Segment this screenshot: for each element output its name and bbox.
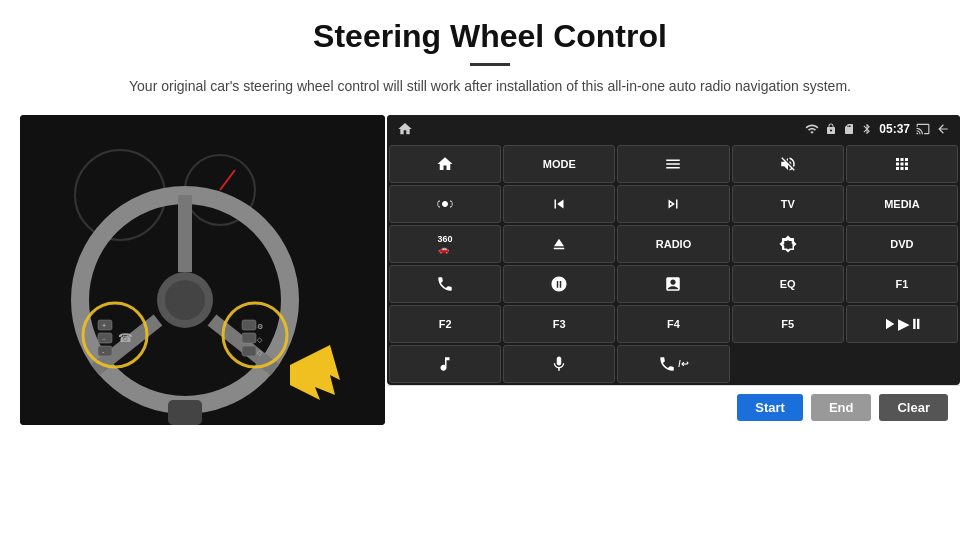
title-divider	[470, 63, 510, 66]
bluetooth-icon	[861, 123, 873, 135]
btn-apps[interactable]	[846, 145, 958, 183]
btn-f2[interactable]: F2	[389, 305, 501, 343]
btn-f1[interactable]: F1	[846, 265, 958, 303]
btn-home[interactable]	[389, 145, 501, 183]
svg-rect-19	[242, 320, 256, 330]
btn-dvd[interactable]: DVD	[846, 225, 958, 263]
home-status-icon	[397, 121, 413, 137]
svg-text:☎: ☎	[118, 331, 133, 345]
svg-point-6	[165, 280, 205, 320]
btn-menu[interactable]	[617, 145, 729, 183]
btn-rect[interactable]	[617, 265, 729, 303]
btn-eq[interactable]: EQ	[732, 265, 844, 303]
status-time: 05:37	[879, 122, 910, 136]
btn-radio[interactable]: RADIO	[617, 225, 729, 263]
btn-prev[interactable]	[503, 185, 615, 223]
btn-next[interactable]	[617, 185, 729, 223]
btn-phone[interactable]	[389, 265, 501, 303]
btn-mode[interactable]: MODE	[503, 145, 615, 183]
btn-mic[interactable]	[503, 345, 615, 383]
svg-text:~: ~	[102, 336, 106, 342]
btn-settings[interactable]	[389, 185, 501, 223]
btn-mute[interactable]	[732, 145, 844, 183]
svg-rect-21	[242, 346, 256, 356]
btn-f3[interactable]: F3	[503, 305, 615, 343]
btn-f4[interactable]: F4	[617, 305, 729, 343]
btn-f5[interactable]: F5	[732, 305, 844, 343]
svg-rect-20	[242, 333, 256, 343]
control-panel: 05:37 MODE	[387, 115, 960, 385]
status-bar-left	[397, 121, 413, 137]
main-content: + ~ - ☎ ⚙ ◇ ◇	[0, 115, 980, 429]
btn-brightness[interactable]	[732, 225, 844, 263]
btn-music[interactable]	[389, 345, 501, 383]
steering-wheel-image: + ~ - ☎ ⚙ ◇ ◇	[20, 115, 385, 425]
btn-call[interactable]: /↩	[617, 345, 729, 383]
page-subtitle: Your original car's steering wheel contr…	[60, 76, 920, 97]
btn-tv[interactable]: TV	[732, 185, 844, 223]
btn-media[interactable]: MEDIA	[846, 185, 958, 223]
bottom-bar: Start End Clear	[387, 385, 960, 429]
clear-button[interactable]: Clear	[879, 394, 948, 421]
btn-360[interactable]: 360🚗	[389, 225, 501, 263]
wifi-icon	[805, 122, 819, 136]
svg-rect-13	[98, 346, 112, 356]
page-header: Steering Wheel Control Your original car…	[0, 0, 980, 107]
btn-playpause[interactable]: ▶⏸	[846, 305, 958, 343]
end-button[interactable]: End	[811, 394, 872, 421]
page-title: Steering Wheel Control	[60, 18, 920, 55]
btn-eject[interactable]	[503, 225, 615, 263]
cast-icon	[916, 122, 930, 136]
button-grid: MODE	[387, 143, 960, 385]
lock-icon	[825, 123, 837, 135]
btn-swipe[interactable]	[503, 265, 615, 303]
status-bar: 05:37	[387, 115, 960, 143]
back-icon	[936, 122, 950, 136]
svg-text:⚙: ⚙	[257, 323, 263, 330]
svg-text:+: +	[102, 322, 106, 329]
svg-rect-26	[168, 400, 202, 425]
status-bar-right: 05:37	[805, 122, 950, 136]
start-button[interactable]: Start	[737, 394, 803, 421]
sd-icon	[843, 123, 855, 135]
